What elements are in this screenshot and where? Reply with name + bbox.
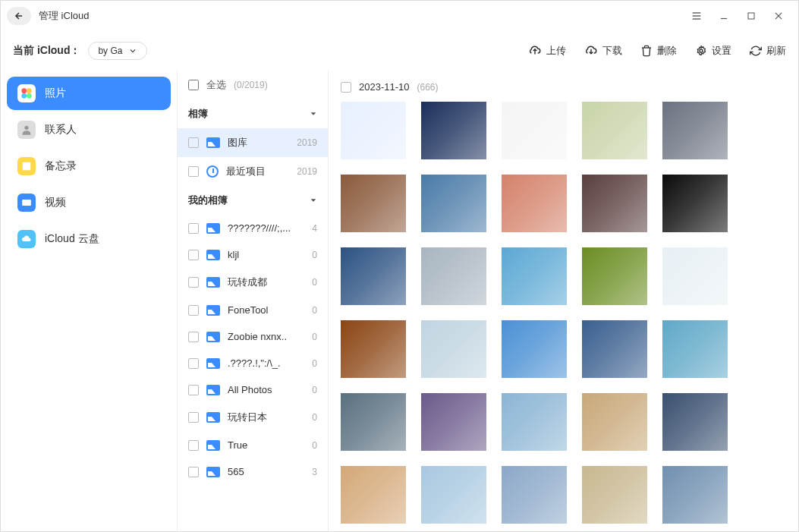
sidebar-item-label: 照片 <box>45 87 66 100</box>
photo-date-header[interactable]: 2023-11-10 (666) <box>341 78 786 102</box>
album-count: 0 <box>312 277 317 288</box>
photo-thumb[interactable] <box>502 247 567 305</box>
photo-icon <box>206 305 220 316</box>
date-count: (666) <box>417 82 439 93</box>
album-count: 0 <box>312 305 317 316</box>
refresh-button[interactable]: 刷新 <box>750 44 786 58</box>
minimize-button[interactable] <box>710 2 738 30</box>
photo-thumb[interactable] <box>421 466 486 524</box>
menu-button[interactable] <box>683 2 710 30</box>
album-count: 2019 <box>297 137 317 148</box>
album-checkbox[interactable] <box>188 305 199 316</box>
album-checkbox[interactable] <box>188 358 199 369</box>
album-item[interactable]: .????.!,":/\_.0 <box>178 350 328 376</box>
svg-point-12 <box>21 93 27 99</box>
sidebar-item-0[interactable]: 照片 <box>7 77 171 110</box>
album-checkbox[interactable] <box>188 137 199 148</box>
sidebar: 照片联系人备忘录视频iCloud 云盘 <box>1 71 177 531</box>
album-count: 0 <box>312 250 317 260</box>
photo-thumb[interactable] <box>582 102 647 159</box>
select-all-count: (0/2019) <box>234 80 268 90</box>
maximize-button[interactable] <box>738 2 765 30</box>
album-checkbox[interactable] <box>188 440 199 451</box>
album-checkbox[interactable] <box>188 332 199 342</box>
album-item[interactable]: 玩转日本0 <box>178 403 328 432</box>
album-checkbox[interactable] <box>188 277 199 288</box>
window-title: 管理 iCloud <box>39 9 89 23</box>
photo-thumb[interactable] <box>582 466 647 524</box>
photo-thumb[interactable] <box>421 175 486 232</box>
back-button[interactable] <box>7 7 31 25</box>
album-item[interactable]: True0 <box>178 432 328 458</box>
album-checkbox[interactable] <box>188 385 199 395</box>
settings-button[interactable]: 设置 <box>695 44 731 58</box>
photo-icon <box>206 385 220 395</box>
photo-thumb[interactable] <box>341 102 406 159</box>
album-checkbox[interactable] <box>188 166 199 177</box>
sidebar-item-4[interactable]: iCloud 云盘 <box>7 222 171 256</box>
close-button[interactable] <box>765 2 792 30</box>
photo-icon <box>206 332 220 342</box>
album-count: 2019 <box>297 166 317 177</box>
photo-thumb[interactable] <box>662 393 728 451</box>
photo-thumb[interactable] <box>341 175 406 232</box>
photo-thumb[interactable] <box>662 466 728 524</box>
album-section-my[interactable]: 我的相簿 <box>178 186 328 215</box>
album-checkbox[interactable] <box>188 223 199 234</box>
svg-rect-16 <box>22 200 31 206</box>
album-item[interactable]: 最近项目2019 <box>178 157 328 186</box>
photo-thumb[interactable] <box>421 320 486 378</box>
photo-thumb[interactable] <box>421 393 486 451</box>
album-section-library[interactable]: 相簿 <box>178 99 328 128</box>
photo-thumb[interactable] <box>421 102 486 159</box>
date-checkbox[interactable] <box>341 82 351 93</box>
photo-thumb[interactable] <box>662 247 728 305</box>
upload-button[interactable]: 上传 <box>528 44 566 58</box>
album-count: 0 <box>312 332 317 342</box>
delete-button[interactable]: 删除 <box>640 44 677 58</box>
photo-thumb[interactable] <box>502 102 567 159</box>
photo-thumb[interactable] <box>502 393 567 451</box>
svg-marker-17 <box>311 112 316 115</box>
current-icloud-label: 当前 iCloud： <box>13 44 80 58</box>
album-item[interactable]: 5653 <box>178 458 328 485</box>
photo-thumb[interactable] <box>341 393 406 451</box>
photo-icon <box>206 137 220 148</box>
album-checkbox[interactable] <box>188 412 199 423</box>
photo-thumb[interactable] <box>502 320 567 378</box>
sidebar-item-1[interactable]: 联系人 <box>7 113 171 146</box>
album-item[interactable]: 图库2019 <box>178 128 328 157</box>
photo-thumb[interactable] <box>502 466 567 524</box>
album-checkbox[interactable] <box>188 250 199 260</box>
sidebar-item-2[interactable]: 备忘录 <box>7 150 171 183</box>
download-button[interactable]: 下载 <box>584 44 622 58</box>
account-selector[interactable]: by Ga <box>88 42 147 60</box>
sidebar-icon <box>17 121 36 139</box>
album-count: 3 <box>312 467 317 477</box>
album-item[interactable]: 玩转成都0 <box>178 268 328 297</box>
photo-thumb[interactable] <box>582 320 647 378</box>
album-checkbox[interactable] <box>188 467 199 477</box>
photo-thumb[interactable] <box>421 247 486 305</box>
photo-thumb[interactable] <box>582 393 647 451</box>
album-item[interactable]: All Photos0 <box>178 376 328 403</box>
select-all-checkbox[interactable] <box>188 80 199 90</box>
photo-thumb[interactable] <box>662 320 728 378</box>
sidebar-item-3[interactable]: 视频 <box>7 186 171 219</box>
svg-rect-15 <box>23 162 31 171</box>
album-item[interactable]: FoneTool0 <box>178 297 328 323</box>
album-item[interactable]: Zoobie nxnx..0 <box>178 323 328 350</box>
album-name: 图库 <box>228 136 289 150</box>
photo-thumb[interactable] <box>662 175 728 232</box>
photo-thumb[interactable] <box>582 247 647 305</box>
album-item[interactable]: kljl0 <box>178 241 328 268</box>
album-item[interactable]: ???????////;,...4 <box>178 215 328 241</box>
photo-thumb[interactable] <box>582 175 647 232</box>
photo-thumb[interactable] <box>341 466 406 524</box>
photo-thumb[interactable] <box>662 102 728 159</box>
photo-thumb[interactable] <box>341 320 406 378</box>
photo-thumb[interactable] <box>341 247 406 305</box>
select-all-row[interactable]: 全选 (0/2019) <box>178 71 328 99</box>
album-name: 玩转成都 <box>228 275 304 289</box>
photo-thumb[interactable] <box>502 175 567 232</box>
